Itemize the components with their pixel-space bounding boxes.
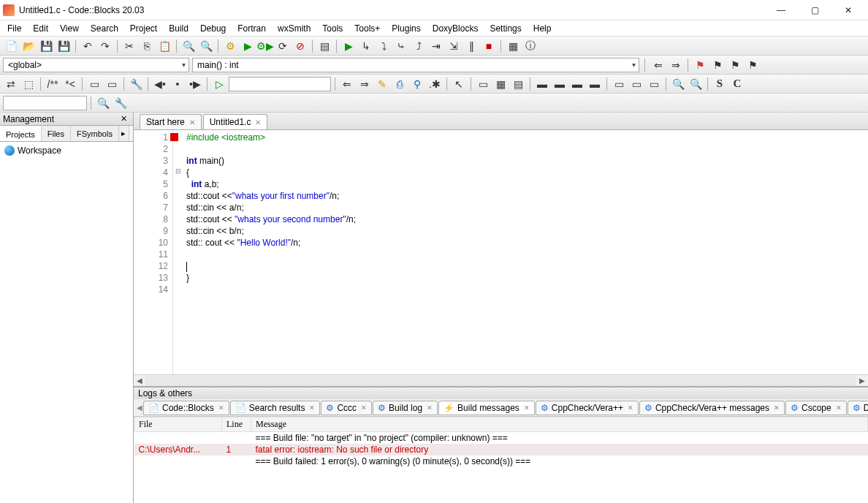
mgmt-tab-files[interactable]: Files — [42, 126, 71, 141]
menu-tools[interactable]: Tools — [316, 22, 349, 35]
new-file-icon[interactable]: 📄 — [3, 38, 19, 54]
build-run-icon[interactable]: ⚙▶ — [257, 38, 273, 54]
menu-project[interactable]: Project — [124, 22, 163, 35]
box1-icon[interactable]: ▭ — [475, 76, 491, 92]
box3-icon[interactable]: ▤ — [510, 76, 526, 92]
log-row[interactable]: === Build failed: 1 error(s), 0 warning(… — [134, 455, 868, 467]
c-button[interactable]: C — [729, 76, 745, 92]
zoom-out-icon[interactable]: 🔍 — [688, 76, 704, 92]
log-tab-8[interactable]: ⚙Debugg✕ — [848, 401, 868, 415]
bp-prev-icon[interactable]: ◀• — [152, 76, 168, 92]
log-tab-2[interactable]: ⚙Cccc✕ — [321, 401, 372, 415]
comment-icon[interactable]: /** — [45, 76, 61, 92]
run-icon[interactable]: ▶ — [240, 38, 256, 54]
open-file-icon[interactable]: 📂 — [20, 38, 37, 54]
rect3-icon[interactable]: ▭ — [646, 76, 662, 92]
win3-icon[interactable]: ▬ — [569, 76, 585, 92]
hl-text-icon[interactable]: ⎙ — [392, 76, 408, 92]
log-row[interactable]: C:\Users\Andr...1fatal error: iostream: … — [134, 444, 868, 455]
build-icon[interactable]: ⚙ — [222, 38, 238, 54]
scroll-right-icon[interactable]: ▶ — [856, 377, 868, 385]
quick-search-input[interactable] — [3, 96, 87, 110]
editor-hscroll[interactable]: ◀ ▶ — [134, 374, 868, 386]
code-content[interactable]: #include <iostream>int main(){ int a,b;s… — [183, 130, 868, 374]
next-instr-icon[interactable]: ⇥ — [428, 38, 444, 54]
menu-plugins[interactable]: Plugins — [386, 22, 426, 35]
step-into-icon[interactable]: ⤷ — [393, 38, 409, 54]
select-icon[interactable]: ⬚ — [20, 76, 37, 92]
target-combo[interactable] — [229, 77, 331, 91]
log-tab-close-icon[interactable]: ✕ — [628, 404, 633, 412]
line-gutter[interactable]: 1234567891011121314 — [134, 130, 173, 374]
hl-find-icon[interactable]: ⚲ — [409, 76, 425, 92]
debug-run-icon[interactable]: ▶ — [340, 38, 357, 54]
step-out-icon[interactable]: ⤴ — [411, 38, 427, 54]
workspace-item[interactable]: Workspace — [3, 145, 130, 156]
win4-icon[interactable]: ▬ — [587, 76, 603, 92]
menu-debug[interactable]: Debug — [194, 22, 232, 35]
log-tab-4[interactable]: ⚡Build messages✕ — [438, 401, 535, 415]
menu-doxyblocks[interactable]: DoxyBlocks — [427, 22, 484, 35]
doxy2-icon[interactable]: ▭ — [104, 76, 120, 92]
save-all-icon[interactable]: 💾 — [56, 38, 72, 54]
find-icon[interactable]: 🔍 — [180, 38, 197, 54]
redo-icon[interactable]: ↷ — [97, 38, 113, 54]
menu-edit[interactable]: Edit — [27, 22, 54, 35]
hl-next-icon[interactable]: ⇒ — [357, 76, 373, 92]
search-options-icon[interactable]: 🔧 — [113, 95, 129, 111]
zoom-in-icon[interactable]: 🔍 — [670, 76, 686, 92]
log-tab-6[interactable]: ⚙CppCheck/Vera++ messages✕ — [639, 401, 785, 415]
log-tab-close-icon[interactable]: ✕ — [774, 404, 780, 412]
hl-prev-icon[interactable]: ⇐ — [339, 76, 355, 92]
log-tab-3[interactable]: ⚙Build log✕ — [373, 401, 438, 415]
s-button[interactable]: S — [712, 76, 728, 92]
mgmt-tab-more-icon[interactable]: ▸ — [119, 126, 129, 141]
editor-tab-close-icon[interactable]: ✕ — [255, 118, 261, 126]
toggle-source-header-icon[interactable]: ⇄ — [3, 76, 19, 92]
menu-search[interactable]: Search — [85, 22, 124, 35]
log-tab-close-icon[interactable]: ✕ — [836, 404, 842, 412]
bp-toggle-icon[interactable]: • — [170, 76, 186, 92]
target-select-icon[interactable]: ▤ — [316, 38, 332, 54]
log-tab-0[interactable]: 📄Code::Blocks✕ — [143, 401, 229, 415]
log-tab-close-icon[interactable]: ✕ — [218, 404, 224, 412]
next-line-icon[interactable]: ⤵ — [376, 38, 392, 54]
menu-view[interactable]: View — [54, 22, 85, 35]
log-col-message[interactable]: Message — [251, 417, 868, 432]
menu-build[interactable]: Build — [163, 22, 194, 35]
run-target-icon[interactable]: ▷ — [211, 76, 227, 92]
mgmt-tab-projects[interactable]: Projects — [0, 126, 42, 141]
log-col-file[interactable]: File — [134, 417, 222, 432]
log-tab-5[interactable]: ⚙CppCheck/Vera++✕ — [536, 401, 639, 415]
win2-icon[interactable]: ▬ — [552, 76, 568, 92]
rect2-icon[interactable]: ▭ — [628, 76, 644, 92]
bp-next-icon[interactable]: •▶ — [187, 76, 203, 92]
break-icon[interactable]: ‖ — [463, 38, 479, 54]
nav-forward-icon[interactable]: ⇒ — [668, 57, 684, 73]
bookmark-next-icon[interactable]: ⚑ — [727, 57, 743, 73]
cut-icon[interactable]: ✂ — [121, 38, 137, 54]
replace-icon[interactable]: 🔍 — [198, 38, 214, 54]
menu-help[interactable]: Help — [528, 22, 557, 35]
copy-icon[interactable]: ⎘ — [139, 38, 155, 54]
log-tab-close-icon[interactable]: ✕ — [524, 404, 530, 412]
editor-tab-0[interactable]: Start here✕ — [140, 114, 202, 129]
log-row[interactable]: === Build file: "no target" in "no proje… — [134, 432, 868, 445]
search-icon[interactable]: 🔍 — [95, 95, 111, 111]
hl-clear-icon[interactable]: ✎ — [374, 76, 390, 92]
save-icon[interactable]: 💾 — [38, 38, 54, 54]
scroll-track[interactable] — [145, 376, 856, 386]
rect1-icon[interactable]: ▭ — [611, 76, 627, 92]
step-instr-icon[interactable]: ⇲ — [446, 38, 462, 54]
bookmark-prev-icon[interactable]: ⚑ — [709, 57, 726, 73]
debug-info-icon[interactable]: ⓘ — [522, 38, 538, 54]
bookmark-toggle-icon[interactable]: ⚑ — [692, 57, 708, 73]
menu-fortran[interactable]: Fortran — [232, 22, 272, 35]
scroll-left-icon[interactable]: ◀ — [134, 377, 145, 385]
settings-wrench-icon[interactable]: 🔧 — [128, 76, 144, 92]
log-tab-7[interactable]: ⚙Cscope✕ — [785, 401, 847, 415]
menu-settings[interactable]: Settings — [484, 22, 527, 35]
undo-icon[interactable]: ↶ — [80, 38, 96, 54]
editor-tab-close-icon[interactable]: ✕ — [189, 118, 195, 126]
log-tab-close-icon[interactable]: ✕ — [309, 404, 315, 412]
